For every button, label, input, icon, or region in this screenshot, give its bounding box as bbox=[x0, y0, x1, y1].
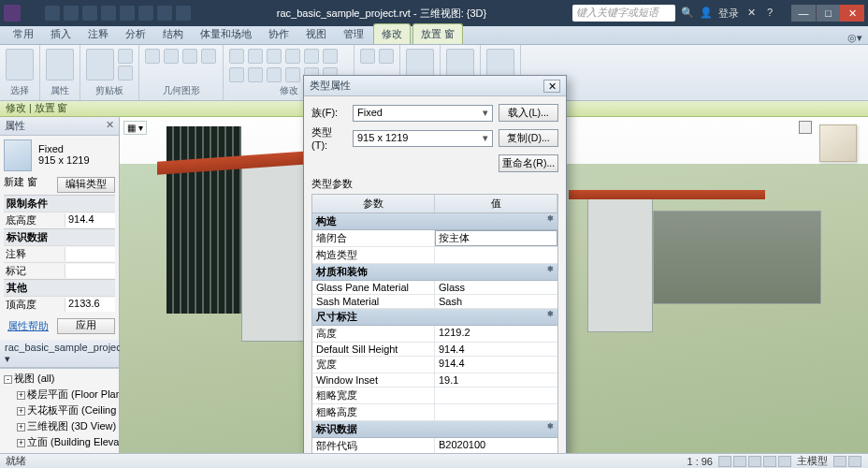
param-section[interactable]: 材质和装饰✱ bbox=[312, 264, 557, 281]
qat-icon[interactable] bbox=[176, 6, 191, 21]
family-label: 族(F): bbox=[311, 106, 347, 120]
tab-annotate[interactable]: 注释 bbox=[80, 24, 116, 44]
edit-type-button[interactable]: 编辑类型 bbox=[57, 177, 115, 193]
tree-label: 天花板平面 (Ceiling Plan) bbox=[27, 404, 119, 416]
maximize-button[interactable]: □ bbox=[816, 5, 840, 22]
modify-icon[interactable] bbox=[267, 67, 282, 82]
load-button[interactable]: 载入(L)... bbox=[499, 104, 558, 122]
close-panel-icon[interactable]: ✕ bbox=[106, 119, 114, 133]
expand-icon[interactable]: + bbox=[17, 407, 25, 416]
tree-node[interactable]: +立面 (Building Elevation) bbox=[2, 434, 117, 450]
qat-icon[interactable] bbox=[138, 6, 153, 21]
status-icon[interactable] bbox=[763, 456, 776, 467]
modify-icon[interactable] bbox=[267, 49, 282, 64]
status-icon[interactable] bbox=[833, 456, 846, 467]
properties-help-link[interactable]: 属性帮助 bbox=[4, 316, 52, 336]
minimize-button[interactable]: — bbox=[791, 5, 816, 22]
view-cube[interactable] bbox=[819, 124, 857, 162]
type-combo[interactable]: 915 x 1219▾ bbox=[353, 130, 493, 147]
exchange-icon[interactable]: ✕ bbox=[745, 7, 758, 20]
tab-analyze[interactable]: 分析 bbox=[118, 24, 153, 44]
tab-view[interactable]: 视图 bbox=[298, 24, 334, 44]
expand-icon[interactable]: + bbox=[17, 391, 25, 400]
copy-icon[interactable] bbox=[118, 66, 133, 80]
expand-icon[interactable]: + bbox=[17, 439, 25, 447]
geom-icon[interactable] bbox=[164, 49, 179, 64]
help-search-input[interactable]: 键入关键字或短语 bbox=[572, 5, 675, 22]
model-display[interactable]: 主模型 bbox=[797, 454, 828, 468]
modify-icon[interactable] bbox=[229, 49, 244, 64]
qat-redo-icon[interactable] bbox=[82, 6, 97, 21]
tab-massing[interactable]: 体量和场地 bbox=[193, 24, 259, 44]
tree-node[interactable]: +天花板平面 (Ceiling Plan) bbox=[2, 402, 117, 418]
param-value[interactable]: 1219.2 bbox=[435, 326, 557, 342]
view-control-bar[interactable]: ▦ ▾ bbox=[123, 121, 147, 135]
properties-tool-icon[interactable] bbox=[46, 49, 74, 80]
geom-icon[interactable] bbox=[145, 49, 160, 64]
tab-collaborate[interactable]: 协作 bbox=[261, 24, 297, 44]
param-section[interactable]: 尺寸标注✱ bbox=[312, 309, 557, 326]
modify-icon[interactable] bbox=[248, 49, 263, 64]
qat-undo-icon[interactable] bbox=[64, 6, 79, 21]
param-value[interactable] bbox=[435, 388, 557, 403]
modify-icon[interactable] bbox=[323, 49, 338, 64]
modify-icon[interactable] bbox=[229, 67, 244, 82]
tab-manage[interactable]: 管理 bbox=[336, 24, 371, 44]
search-icon[interactable]: 🔍 bbox=[681, 7, 694, 20]
param-value[interactable]: Glass bbox=[435, 281, 557, 294]
tab-home[interactable]: 常用 bbox=[6, 24, 41, 44]
param-value[interactable]: 914.4 bbox=[435, 357, 557, 373]
view-icon[interactable] bbox=[379, 49, 394, 64]
tree-node[interactable]: -视图 (all) bbox=[2, 371, 117, 387]
tab-modify[interactable]: 修改 bbox=[373, 23, 411, 44]
tree-node[interactable]: +三维视图 (3D View) bbox=[2, 418, 117, 434]
apply-button[interactable]: 应用 bbox=[57, 318, 115, 334]
copy-button[interactable]: 复制(D)... bbox=[499, 129, 558, 147]
modify-icon[interactable] bbox=[248, 67, 263, 82]
modify-icon[interactable] bbox=[285, 67, 300, 82]
view-icon[interactable] bbox=[360, 49, 375, 64]
param-value[interactable]: 19.1 bbox=[435, 373, 557, 387]
cut-icon[interactable] bbox=[118, 49, 133, 64]
rename-button[interactable]: 重命名(R)... bbox=[499, 154, 558, 172]
status-icon[interactable] bbox=[848, 456, 861, 467]
expand-icon[interactable]: - bbox=[4, 375, 12, 384]
param-section[interactable]: 构造✱ bbox=[312, 213, 557, 230]
param-value[interactable] bbox=[435, 404, 557, 420]
user-icon[interactable]: 👤 bbox=[700, 7, 713, 20]
tab-insert[interactable]: 插入 bbox=[43, 24, 79, 44]
login-link[interactable]: 登录 bbox=[718, 7, 739, 20]
param-value[interactable] bbox=[435, 247, 557, 263]
qat-icon[interactable] bbox=[157, 6, 172, 21]
home-view-icon[interactable] bbox=[799, 121, 812, 134]
geom-icon[interactable] bbox=[201, 49, 216, 64]
param-section[interactable]: 标识数据✱ bbox=[312, 421, 557, 438]
modify-icon[interactable] bbox=[304, 49, 319, 64]
scale-display[interactable]: 1 : 96 bbox=[687, 456, 713, 467]
tab-structure[interactable]: 结构 bbox=[155, 24, 191, 44]
family-combo[interactable]: Fixed▾ bbox=[353, 105, 493, 122]
modify-icon[interactable] bbox=[285, 49, 300, 64]
tree-node[interactable]: +楼层平面 (Floor Plan) bbox=[2, 387, 117, 402]
param-value[interactable]: Sash bbox=[435, 295, 557, 308]
qat-save-icon[interactable] bbox=[45, 6, 60, 21]
project-browser[interactable]: -视图 (all)+楼层平面 (Floor Plan)+天花板平面 (Ceili… bbox=[0, 368, 119, 453]
dialog-close-button[interactable]: ✕ bbox=[543, 80, 560, 93]
param-value[interactable]: 914.4 bbox=[435, 343, 557, 356]
qat-icon[interactable] bbox=[120, 6, 135, 21]
status-icon[interactable] bbox=[718, 456, 731, 467]
status-icon[interactable] bbox=[733, 456, 746, 467]
param-value[interactable]: B2020100 bbox=[435, 438, 557, 454]
paste-tool-icon[interactable] bbox=[86, 49, 114, 80]
qat-print-icon[interactable] bbox=[101, 6, 116, 21]
tab-place-window[interactable]: 放置 窗 bbox=[412, 23, 463, 44]
select-tool-icon[interactable] bbox=[6, 49, 34, 80]
geom-icon[interactable] bbox=[182, 49, 197, 64]
status-icon[interactable] bbox=[778, 456, 791, 467]
close-button[interactable]: ✕ bbox=[840, 5, 864, 22]
expand-icon[interactable]: + bbox=[17, 423, 25, 431]
param-value[interactable]: 按主体 bbox=[435, 230, 557, 246]
ribbon-extra[interactable]: ◎▾ bbox=[847, 32, 862, 44]
help-icon[interactable]: ? bbox=[763, 7, 776, 20]
status-icon[interactable] bbox=[748, 456, 761, 467]
